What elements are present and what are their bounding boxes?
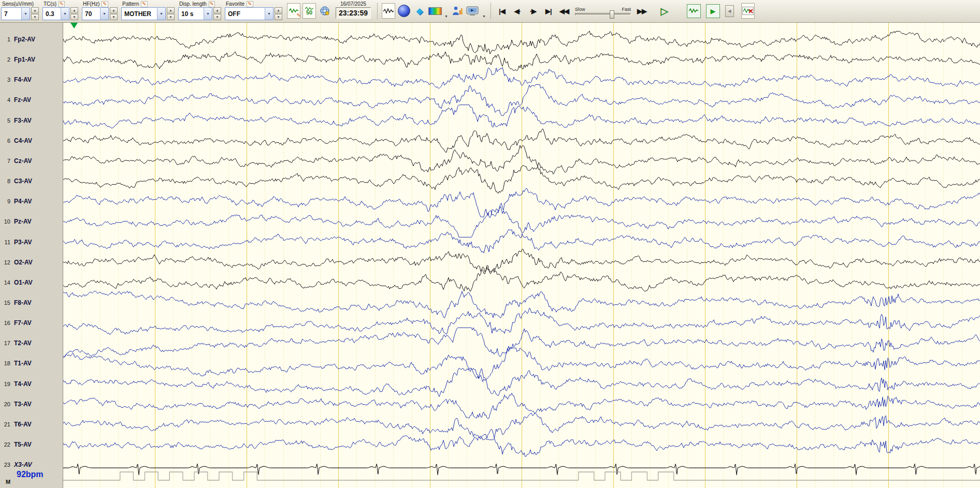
filter-combo-groups: Sens(uV/mm)7▼▲▼TC(s)✎0.3▼▲▼HF(Hz)✎70▼▲▼P… (1, 1, 286, 20)
channel-label: T2-AV (14, 339, 32, 347)
eeg-review-window: Sens(uV/mm)7▼▲▼TC(s)✎0.3▼▲▼HF(Hz)✎70▼▲▼P… (0, 0, 980, 488)
pattern-label: Pattern (122, 1, 139, 7)
sens-up-button[interactable]: ▲ (31, 7, 39, 13)
edit-pencil-icon[interactable]: ✎ (102, 1, 108, 7)
channel-row-fp1-av[interactable]: 2Fp1-AV (0, 55, 63, 64)
channel-row-fz-av[interactable]: 4Fz-AV (0, 96, 63, 104)
tc-down-button[interactable]: ▼ (70, 14, 78, 20)
edit-pencil-icon[interactable]: ✎ (247, 1, 253, 7)
waveform-view-icon[interactable] (382, 3, 395, 19)
fast-forward-button[interactable]: ▶▶ (635, 3, 648, 19)
tc-up-button[interactable]: ▲ (70, 7, 78, 13)
skip-to-start-button[interactable]: |◀ (495, 3, 509, 19)
combo-group-pattern: Pattern✎MOTHER▼▲▼ (121, 1, 175, 20)
chevron-down-icon[interactable]: ▼ (100, 8, 108, 20)
channel-row-pz-av[interactable]: 10Pz-AV (0, 217, 63, 226)
pattern-select[interactable]: MOTHER▼ (121, 7, 166, 20)
speed-slider: Slow Fast (575, 7, 631, 16)
hf-down-button[interactable]: ▼ (110, 14, 118, 20)
speed-slider-track[interactable] (575, 13, 631, 16)
position-marker-icon[interactable] (70, 23, 78, 28)
channel-row-o2-av[interactable]: 12O2-AV (0, 258, 63, 267)
channel-label: O1-AV (14, 279, 33, 286)
prism-3d-icon[interactable]: ◆ (413, 3, 426, 19)
hf-select[interactable]: 70▼ (82, 7, 109, 20)
edit-pencil-icon[interactable]: ✎ (141, 1, 147, 7)
chevron-down-icon[interactable]: ▼ (21, 8, 30, 20)
channel-number: 7 (0, 158, 10, 164)
live-waveform-icon[interactable] (687, 4, 701, 18)
toolbar: Sens(uV/mm)7▼▲▼TC(s)✎0.3▼▲▼HF(Hz)✎70▼▲▼P… (0, 0, 980, 23)
displen-up-button[interactable]: ▲ (213, 7, 221, 13)
channel-row-f7-av[interactable]: 16F7-AV (0, 319, 63, 327)
channel-label: Fp1-AV (14, 56, 35, 63)
channel-number: 5 (0, 117, 10, 124)
step-forward-button[interactable]: ·▶ (526, 3, 540, 19)
channel-row-p3-av[interactable]: 11P3-AV (0, 238, 63, 246)
channel-number: 21 (0, 421, 10, 427)
channel-row-f3-av[interactable]: 5F3-AV (0, 116, 63, 125)
combo-group-sens: Sens(uV/mm)7▼▲▼ (1, 1, 39, 20)
colormap-icon[interactable] (428, 3, 442, 19)
skip-to-end-button[interactable]: ▶| (542, 3, 555, 19)
chevron-down-icon[interactable]: ▼ (204, 8, 212, 20)
rewind-button[interactable]: ◀◀ (557, 3, 571, 19)
channel-row-cz-av[interactable]: 7Cz-AV (0, 157, 63, 165)
channel-row-c3-av[interactable]: 8C3-AV (0, 177, 63, 185)
channel-row-t4-av[interactable]: 19T4-AV (0, 380, 63, 388)
chevron-down-icon[interactable]: ▼ (157, 8, 165, 20)
channel-number: 23 (0, 462, 10, 468)
video-monitor-icon[interactable] (466, 3, 480, 19)
channel-row-f4-av[interactable]: 3F4-AV (0, 76, 63, 84)
start-recording-icon[interactable]: ▶ (706, 4, 720, 18)
channel-row-t3-av[interactable]: 20T3-AV (0, 400, 63, 408)
patient-report-icon[interactable] (451, 3, 464, 19)
channel-label: T3-AV (14, 401, 32, 408)
toolbar-separator (377, 3, 378, 19)
notch-filter-50-icon[interactable]: 50 (302, 3, 316, 19)
channel-number: 22 (0, 441, 10, 448)
edit-pencil-icon[interactable]: ✎ (209, 1, 215, 7)
channel-row-p4-av[interactable]: 9P4-AV (0, 197, 63, 205)
channel-row-fp2-av[interactable]: 1Fp2-AV (0, 35, 63, 43)
channel-row-o1-av[interactable]: 14O1-AV (0, 278, 63, 287)
channel-number: 12 (0, 259, 10, 265)
channel-row-t1-av[interactable]: 18T1-AV (0, 359, 63, 367)
displen-spinner: ▲▼ (213, 7, 221, 20)
favorite-up-button[interactable]: ▲ (275, 7, 282, 13)
combo-group-favorite: Favorite✎OFF▼▲▼ (225, 1, 282, 20)
chevron-down-icon[interactable]: ▼ (265, 8, 273, 20)
displen-down-button[interactable]: ▼ (213, 14, 221, 20)
speed-slider-thumb[interactable] (610, 10, 614, 19)
tc-select[interactable]: 0.3▼ (42, 7, 69, 20)
channel-row-t6-av[interactable]: 21T6-AV (0, 420, 63, 428)
annotation-wave-icon[interactable]: ✎ (287, 3, 300, 19)
play-button[interactable]: ▷ (658, 3, 671, 19)
channel-row-x3-av[interactable]: 23X3-AV (0, 461, 63, 469)
channel-number: 8 (0, 178, 10, 184)
channel-row-f8-av[interactable]: 15F8-AV (0, 299, 63, 307)
pattern-down-button[interactable]: ▼ (167, 14, 175, 20)
favorite-down-button[interactable]: ▼ (275, 14, 282, 20)
pattern-up-button[interactable]: ▲ (167, 7, 175, 13)
sens-select[interactable]: 7▼ (1, 7, 30, 20)
eeg-trace-area[interactable] (63, 23, 980, 488)
brain-topography-icon[interactable] (397, 3, 411, 19)
collapse-toolbar-button[interactable]: ◀ (725, 5, 734, 17)
chevron-down-icon[interactable]: ▼ (482, 14, 486, 21)
chevron-down-icon[interactable]: ▼ (61, 8, 69, 20)
sens-down-button[interactable]: ▼ (31, 14, 39, 20)
displen-select[interactable]: 10 s▼ (178, 7, 212, 20)
channel-label: Fp2-AV (14, 36, 35, 43)
channel-row-t5-av[interactable]: 22T5-AV (0, 440, 63, 449)
channel-row-t2-av[interactable]: 17T2-AV (0, 339, 63, 347)
chevron-down-icon[interactable]: ▼ (444, 14, 448, 21)
channel-row-c4-av[interactable]: 6C4-AV (0, 137, 63, 145)
close-review-icon[interactable] (741, 3, 755, 19)
hf-up-button[interactable]: ▲ (110, 7, 118, 13)
montage-globe-icon[interactable] (318, 3, 332, 19)
favorite-select[interactable]: OFF▼ (225, 7, 273, 20)
channel-label: T5-AV (14, 441, 32, 448)
edit-pencil-icon[interactable]: ✎ (59, 1, 65, 7)
step-back-button[interactable]: ◀· (511, 3, 524, 19)
